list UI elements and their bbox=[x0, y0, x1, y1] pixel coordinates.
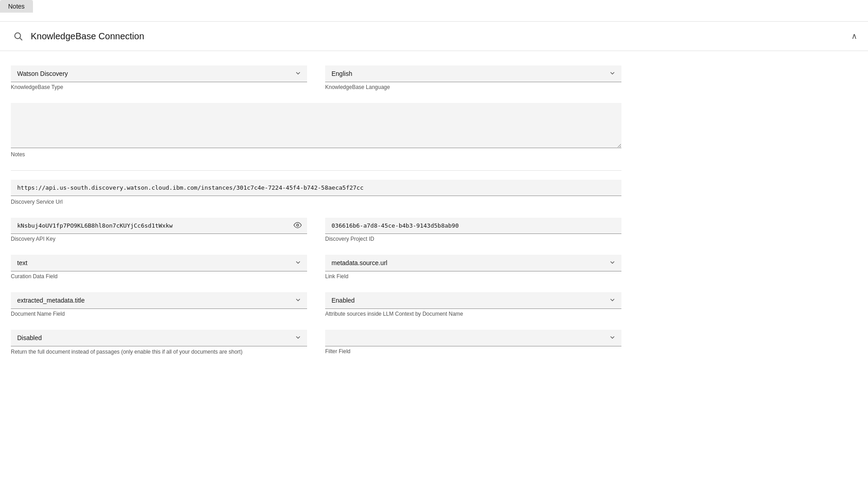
link-field-label: Link Field bbox=[325, 273, 621, 280]
curation-data-field-select[interactable]: text body content bbox=[11, 255, 307, 271]
eye-icon[interactable] bbox=[294, 221, 302, 231]
attribute-sources-group: Enabled Disabled Attribute sources insid… bbox=[325, 292, 621, 317]
link-field-select[interactable]: metadata.source.url url link bbox=[325, 255, 621, 271]
curation-link-row: text body content Curation Data Field me… bbox=[11, 255, 621, 280]
form-content: Watson Discovery Custom KnowledgeBase Ty… bbox=[0, 51, 632, 383]
filter-field-select[interactable] bbox=[325, 330, 621, 346]
attribute-sources-select-wrapper: Enabled Disabled bbox=[325, 292, 621, 309]
divider-1 bbox=[11, 170, 621, 171]
filter-field-label: Filter Field bbox=[325, 348, 621, 355]
notes-textarea[interactable] bbox=[11, 103, 621, 148]
apikey-projectid-row: kNsbuj4oUV1fp7PO9KL6B8hl8on7cKUYjCc6sd1t… bbox=[11, 218, 621, 242]
knowledgebase-type-label: KnowledgeBase Type bbox=[11, 84, 307, 90]
page-header: KnowledgeBase Connection ∧ bbox=[0, 22, 868, 51]
knowledgebase-type-select-wrapper: Watson Discovery Custom bbox=[11, 65, 307, 82]
discovery-url-label: Discovery Service Url bbox=[11, 199, 621, 205]
discovery-url-group: https://api.us-south.discovery.watson.cl… bbox=[11, 180, 621, 205]
project-id-label: Discovery Project ID bbox=[325, 236, 621, 242]
notes-label: Notes bbox=[11, 151, 621, 158]
notes-textarea-wrapper bbox=[11, 103, 621, 149]
search-icon bbox=[11, 29, 25, 43]
api-key-input[interactable]: kNsbuj4oUV1fp7PO9KL6B8hl8on7cKUYjCc6sd1t… bbox=[11, 218, 307, 234]
document-name-field-select[interactable]: extracted_metadata.title title name bbox=[11, 292, 307, 309]
project-id-input[interactable]: 036616b6-a7d8-45ce-b4b3-9143d5b8ab90 bbox=[325, 218, 621, 234]
knowledgebase-type-group: Watson Discovery Custom KnowledgeBase Ty… bbox=[11, 65, 307, 90]
collapse-button[interactable]: ∧ bbox=[851, 31, 857, 41]
knowledgebase-type-select[interactable]: Watson Discovery Custom bbox=[11, 65, 307, 82]
docname-attribute-row: extracted_metadata.title title name Docu… bbox=[11, 292, 621, 317]
link-field-group: metadata.source.url url link Link Field bbox=[325, 255, 621, 280]
type-language-row: Watson Discovery Custom KnowledgeBase Ty… bbox=[11, 65, 621, 90]
knowledgebase-language-select[interactable]: English French German Spanish bbox=[325, 65, 621, 82]
project-id-group: 036616b6-a7d8-45ce-b4b3-9143d5b8ab90 Dis… bbox=[325, 218, 621, 242]
api-key-label: Discovery API Key bbox=[11, 236, 307, 242]
document-name-field-group: extracted_metadata.title title name Docu… bbox=[11, 292, 307, 317]
page-title: KnowledgeBase Connection bbox=[31, 31, 144, 42]
curation-data-field-label: Curation Data Field bbox=[11, 273, 307, 280]
attribute-sources-select[interactable]: Enabled Disabled bbox=[325, 292, 621, 309]
curation-data-field-select-wrapper: text body content bbox=[11, 255, 307, 271]
filter-field-group: Filter Field bbox=[325, 330, 621, 356]
knowledgebase-language-select-wrapper: English French German Spanish bbox=[325, 65, 621, 82]
discovery-url-input[interactable]: https://api.us-south.discovery.watson.cl… bbox=[11, 180, 621, 196]
discovery-url-input-wrapper: https://api.us-south.discovery.watson.cl… bbox=[11, 180, 621, 196]
svg-point-0 bbox=[15, 33, 21, 39]
notes-tab[interactable]: Notes bbox=[0, 0, 33, 13]
api-key-input-wrapper: kNsbuj4oUV1fp7PO9KL6B8hl8on7cKUYjCc6sd1t… bbox=[11, 218, 307, 234]
svg-point-2 bbox=[297, 224, 299, 226]
document-name-field-select-wrapper: extracted_metadata.title title name bbox=[11, 292, 307, 309]
attribute-sources-label: Attribute sources inside LLM Context by … bbox=[325, 311, 621, 317]
return-full-document-group: Disabled Enabled Return the full documen… bbox=[11, 330, 307, 356]
page-wrapper: KnowledgeBase Connection ∧ Watson Discov… bbox=[0, 22, 868, 495]
return-full-document-select-wrapper: Disabled Enabled bbox=[11, 330, 307, 346]
return-full-document-label: Return the full document instead of pass… bbox=[11, 348, 307, 356]
page-title-row: KnowledgeBase Connection bbox=[11, 29, 144, 43]
return-full-document-select[interactable]: Disabled Enabled bbox=[11, 330, 307, 346]
curation-data-field-group: text body content Curation Data Field bbox=[11, 255, 307, 280]
knowledgebase-language-label: KnowledgeBase Language bbox=[325, 84, 621, 90]
svg-line-1 bbox=[20, 38, 22, 40]
knowledgebase-language-group: English French German Spanish KnowledgeB… bbox=[325, 65, 621, 90]
document-name-field-label: Document Name Field bbox=[11, 311, 307, 317]
notes-group: Notes bbox=[11, 103, 621, 158]
link-field-select-wrapper: metadata.source.url url link bbox=[325, 255, 621, 271]
top-bar: Notes bbox=[0, 0, 868, 22]
filter-field-select-wrapper bbox=[325, 330, 621, 346]
api-key-group: kNsbuj4oUV1fp7PO9KL6B8hl8on7cKUYjCc6sd1t… bbox=[11, 218, 307, 242]
fullDoc-filter-row: Disabled Enabled Return the full documen… bbox=[11, 330, 621, 356]
